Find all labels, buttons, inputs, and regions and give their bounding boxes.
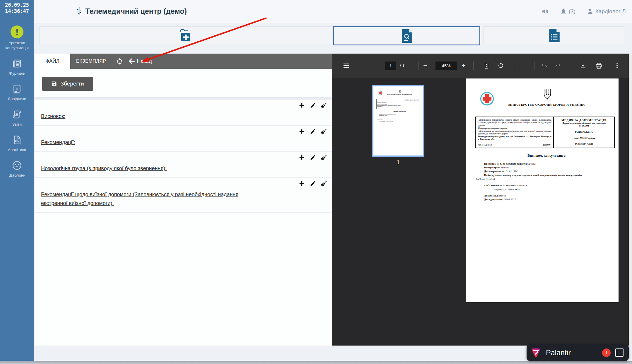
notifications-count: (3) bbox=[569, 8, 575, 15]
kebab-menu-icon bbox=[614, 62, 620, 69]
edit-pencil-button[interactable] bbox=[310, 102, 316, 109]
reports-scroll-icon bbox=[12, 109, 22, 120]
edit-pencil-button[interactable] bbox=[310, 128, 316, 135]
annotate-pen-icon bbox=[521, 62, 528, 69]
form-section-recommendations: Рекомендації: bbox=[35, 126, 332, 152]
redo-button[interactable] bbox=[554, 54, 561, 78]
sidebar-item-journals[interactable]: Журнали bbox=[9, 58, 25, 76]
save-button[interactable]: Зберегти bbox=[42, 77, 93, 91]
user-menu[interactable]: Кардіолог Л. bbox=[587, 8, 627, 15]
doc-body: Прізвище, ім'я, по батькові пацієнта: Ан… bbox=[377, 114, 421, 127]
pdf-viewer: 1 / 1 − 45% + bbox=[332, 54, 632, 346]
tab-file[interactable]: ФАЙЛ bbox=[35, 54, 70, 69]
undo-button[interactable] bbox=[541, 54, 548, 78]
print-button[interactable] bbox=[595, 54, 602, 78]
annotate-button[interactable] bbox=[521, 54, 528, 78]
clear-broom-button[interactable] bbox=[321, 102, 327, 109]
sidebar-item-label: Довідники bbox=[8, 96, 26, 101]
document-details-list-icon bbox=[547, 28, 561, 43]
palantir-name: Palantir bbox=[546, 348, 602, 357]
thumbnail-page-number: 1 bbox=[372, 159, 424, 166]
sidebar-item-directories[interactable]: Довідники bbox=[8, 84, 26, 101]
add-button[interactable] bbox=[299, 154, 305, 161]
form-panel: Зберегти Висновок: Рекомендації: bbox=[35, 69, 332, 346]
caduceus-icon: ⚕ bbox=[76, 6, 82, 16]
templates-face-icon bbox=[12, 160, 22, 171]
volume-icon bbox=[541, 8, 549, 15]
sidebar-item-label: Журнали bbox=[9, 71, 25, 76]
toolbar-separator bbox=[418, 61, 419, 70]
pdf-scrollbar[interactable] bbox=[629, 54, 632, 346]
toolbar-separator bbox=[473, 61, 474, 70]
add-button[interactable] bbox=[299, 128, 305, 135]
palantir-logo-icon bbox=[530, 347, 542, 358]
document-preview-search-icon bbox=[400, 29, 414, 43]
pdf-thumbnail-page-1[interactable]: МІНІСТЕРСТВО ОХОРОНИ ЗДОРОВ'Я УКРАЇНИ На… bbox=[372, 85, 424, 157]
rotate-icon bbox=[497, 62, 504, 69]
palantir-badge: 1 bbox=[602, 348, 611, 357]
clear-broom-button[interactable] bbox=[321, 128, 327, 135]
trident-emblem-icon bbox=[543, 88, 552, 101]
edit-pencil-button[interactable] bbox=[310, 180, 316, 187]
trident-emblem-icon bbox=[398, 90, 401, 94]
sidebar-item-label: Аналітика bbox=[8, 147, 26, 152]
hamburger-menu-icon bbox=[343, 62, 350, 69]
tab-document-preview[interactable] bbox=[333, 26, 480, 45]
back-arrow-icon bbox=[128, 57, 136, 65]
rotate-button[interactable] bbox=[497, 54, 504, 78]
doc-title: Висновок консультанта bbox=[466, 153, 619, 158]
save-label: Зберегти bbox=[60, 81, 84, 87]
clear-broom-button[interactable] bbox=[321, 154, 327, 161]
pdf-page-input[interactable]: 1 bbox=[385, 54, 396, 78]
pdf-page: МІНІСТЕРСТВО ОХОРОНИ ЗДОРОВ'Я УКРАЇНИ На… bbox=[466, 78, 619, 302]
user-name: Кардіолог Л. bbox=[595, 8, 627, 15]
bottom-edge-strip bbox=[0, 361, 632, 364]
edit-pencil-button[interactable] bbox=[310, 154, 316, 161]
toolbar-separator bbox=[534, 61, 534, 70]
zoom-in-button[interactable]: + bbox=[462, 54, 466, 78]
analytics-document-icon bbox=[12, 135, 22, 145]
back-button[interactable]: Назад bbox=[128, 57, 152, 65]
save-floppy-icon bbox=[51, 81, 57, 87]
tab-instance[interactable]: ЕКЗЕМПЛЯР bbox=[70, 59, 112, 64]
sidebar-item-label: Ургентна консультація bbox=[5, 40, 29, 50]
panel-divider bbox=[35, 97, 332, 100]
tab-new-case[interactable] bbox=[39, 26, 332, 44]
doc-ministry-title: МІНІСТЕРСТВО ОХОРОНИ ЗДОРОВ'Я УКРАЇНИ bbox=[373, 94, 423, 95]
volume-button[interactable] bbox=[541, 8, 549, 15]
tab-document-details[interactable] bbox=[484, 26, 624, 44]
refresh-button[interactable] bbox=[116, 58, 123, 65]
pdf-menu-button[interactable] bbox=[343, 54, 350, 78]
section-title: Нозологічна група (з приводу якої було з… bbox=[41, 164, 327, 173]
doc-info-table: Найменування міністерства, іншого органу… bbox=[475, 117, 615, 148]
sidebar-item-urgent-consultation[interactable]: ! Ургентна консультація bbox=[5, 25, 29, 50]
palantir-widget[interactable]: Palantir 1 bbox=[527, 344, 629, 361]
sidebar-item-label: Шаблони bbox=[8, 173, 25, 178]
sidebar-item-analytics[interactable]: Аналітика bbox=[8, 135, 26, 152]
undo-icon bbox=[541, 62, 548, 69]
sidebar-item-templates[interactable]: Шаблони bbox=[8, 160, 25, 178]
clear-broom-button[interactable] bbox=[321, 180, 327, 187]
download-button[interactable] bbox=[580, 54, 587, 78]
zoom-level-input[interactable]: 45% bbox=[435, 54, 457, 78]
add-button[interactable] bbox=[299, 102, 305, 109]
back-label: Назад bbox=[137, 58, 152, 64]
fit-page-icon bbox=[483, 62, 490, 69]
new-case-folder-icon bbox=[179, 28, 193, 42]
refresh-icon bbox=[116, 58, 123, 65]
doc-ministry-title: МІНІСТЕРСТВО ОХОРОНИ ЗДОРОВ'Я УКРАЇНИ bbox=[466, 103, 619, 106]
notifications-button[interactable]: (3) bbox=[560, 8, 575, 15]
redo-icon bbox=[554, 62, 561, 69]
sidebar-item-reports[interactable]: Звіти bbox=[12, 109, 22, 127]
add-button[interactable] bbox=[299, 180, 305, 187]
fit-page-button[interactable] bbox=[483, 54, 490, 78]
pdf-page-count: / 1 bbox=[400, 54, 405, 78]
reference-book-icon bbox=[12, 84, 22, 94]
header: ⚕ Телемедичний центр (демо) (3) bbox=[34, 0, 632, 23]
form-section-field-assistance: Рекомендації щодо виїзної допомоги (Запо… bbox=[35, 178, 332, 213]
pdf-toolbar: 1 / 1 − 45% + bbox=[332, 54, 632, 78]
zoom-out-button[interactable]: − bbox=[423, 54, 427, 78]
palantir-window-button[interactable] bbox=[615, 348, 624, 357]
user-icon bbox=[587, 8, 594, 15]
more-options-button[interactable] bbox=[614, 54, 620, 78]
